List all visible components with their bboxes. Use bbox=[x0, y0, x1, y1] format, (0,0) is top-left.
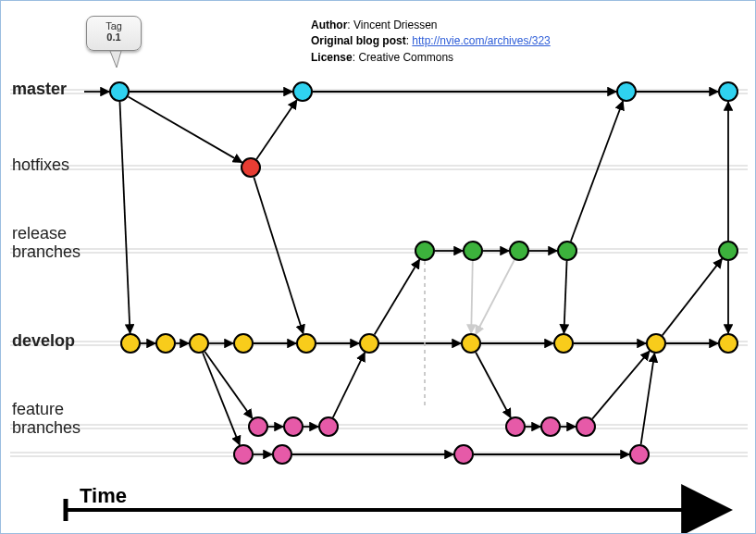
commit-node bbox=[719, 334, 737, 353]
lane-label-develop: develop bbox=[12, 332, 75, 351]
edge bbox=[204, 352, 252, 418]
lane-label-hotfixes: hotfixes bbox=[12, 156, 69, 175]
commit-node bbox=[630, 445, 649, 464]
commit-node bbox=[242, 158, 260, 177]
lane-label-release: releasebranches bbox=[12, 225, 81, 262]
commit-node bbox=[297, 334, 316, 353]
commit-node bbox=[719, 82, 737, 101]
lane-label-feature: featurebranches bbox=[12, 401, 81, 438]
edge bbox=[476, 353, 511, 418]
diagram-frame: { "meta": { "author_label": "Author", "a… bbox=[0, 0, 756, 534]
edge bbox=[476, 260, 514, 334]
commit-node bbox=[576, 417, 595, 436]
commit-node bbox=[234, 445, 253, 464]
commit-node bbox=[554, 334, 573, 353]
edge bbox=[663, 259, 722, 336]
edge bbox=[375, 259, 420, 334]
edge bbox=[592, 351, 650, 418]
commit-node bbox=[541, 417, 560, 436]
commit-node bbox=[415, 242, 434, 260]
commit-node bbox=[293, 82, 312, 101]
commit-node bbox=[121, 334, 140, 353]
edge bbox=[333, 353, 365, 417]
commit-node bbox=[506, 417, 525, 436]
commit-node bbox=[273, 445, 291, 464]
commit-node bbox=[719, 242, 737, 260]
commit-node bbox=[360, 334, 378, 353]
edge bbox=[256, 100, 297, 159]
commit-node bbox=[110, 82, 129, 101]
commit-node bbox=[234, 334, 253, 353]
edge bbox=[254, 177, 303, 333]
edge bbox=[119, 102, 130, 333]
edge bbox=[129, 97, 242, 163]
edge bbox=[471, 261, 473, 333]
commit-node bbox=[319, 417, 338, 436]
commit-node bbox=[249, 417, 267, 436]
edge bbox=[203, 353, 240, 445]
commit-node bbox=[462, 334, 480, 353]
commit-node bbox=[558, 242, 576, 260]
commit-node bbox=[464, 242, 482, 260]
commit-node bbox=[510, 242, 528, 260]
commit-node bbox=[190, 334, 208, 353]
diagram-svg bbox=[1, 1, 756, 534]
edge bbox=[564, 261, 566, 333]
commit-node bbox=[647, 334, 665, 353]
commit-node bbox=[156, 334, 175, 353]
edge bbox=[571, 101, 623, 241]
commit-node bbox=[284, 417, 303, 436]
edge bbox=[641, 354, 655, 444]
commit-node bbox=[617, 82, 636, 101]
commit-node bbox=[454, 445, 473, 464]
lane-label-master: master bbox=[12, 81, 67, 99]
